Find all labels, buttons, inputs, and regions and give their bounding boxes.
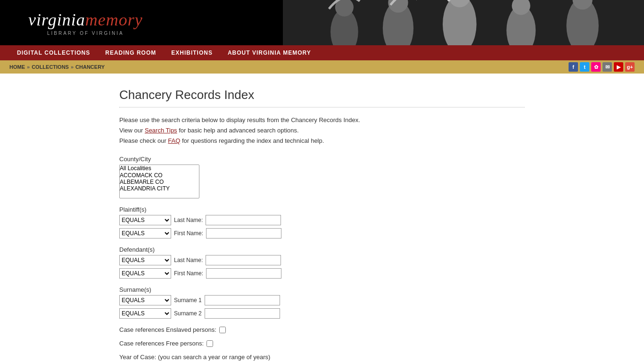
breadcrumb-bar: HOME » COLLECTIONS » CHANCERY f t ✿ ✉ ▶ … bbox=[0, 60, 644, 74]
plaintiff-label: Plaintiff(s) bbox=[119, 206, 525, 213]
plaintiff-first-label: First Name: bbox=[174, 230, 203, 237]
header-photo-svg bbox=[283, 0, 644, 45]
surname1-input[interactable] bbox=[205, 295, 280, 305]
site-header: virginiamemory LIBRARY OF VIRGINIA bbox=[0, 0, 644, 45]
year-hint: (you can search a year or range of years… bbox=[158, 354, 270, 361]
defendant-section: Defendant(s) EQUALS STARTS WITH CONTAINS… bbox=[119, 246, 525, 279]
intro-line1: Please use the search criteria below to … bbox=[119, 115, 525, 125]
year-label: Year of Case: (you can search a year or … bbox=[119, 354, 525, 361]
main-content: Chancery Records Index Please use the se… bbox=[110, 74, 534, 362]
social-icons-bar: f t ✿ ✉ ▶ g+ bbox=[569, 62, 635, 72]
flickr-icon[interactable]: ✿ bbox=[591, 62, 601, 72]
main-nav: DIGITAL COLLECTIONS READING ROOM EXHIBIT… bbox=[0, 45, 644, 60]
nav-exhibitions[interactable]: EXHIBITIONS bbox=[164, 49, 220, 56]
breadcrumb: HOME » COLLECTIONS » CHANCERY bbox=[9, 64, 105, 70]
intro-line2: View our Search Tips for basic help and … bbox=[119, 125, 525, 136]
defendant-first-row: EQUALS STARTS WITH CONTAINS First Name: bbox=[119, 268, 525, 279]
surname1-row: EQUALS STARTS WITH CONTAINS Surname 1 bbox=[119, 295, 525, 305]
locality-option: ALBEMARLE CO bbox=[120, 179, 199, 185]
site-logo: virginiamemory bbox=[28, 10, 143, 30]
breadcrumb-sep-2: » bbox=[71, 64, 74, 70]
logo-area: virginiamemory LIBRARY OF VIRGINIA bbox=[0, 10, 283, 36]
enslaved-row: Case references Enslaved persons: bbox=[119, 326, 525, 333]
surname1-operator[interactable]: EQUALS STARTS WITH CONTAINS bbox=[119, 295, 171, 305]
plaintiff-first-row: EQUALS STARTS WITH CONTAINS First Name: bbox=[119, 228, 525, 239]
defendant-last-row: EQUALS STARTS WITH CONTAINS Last Name: bbox=[119, 255, 525, 265]
surname2-input[interactable] bbox=[205, 308, 280, 319]
plaintiff-last-row: EQUALS STARTS WITH CONTAINS Last Name: bbox=[119, 215, 525, 225]
plaintiff-first-input[interactable] bbox=[206, 228, 281, 239]
plaintiff-first-operator[interactable]: EQUALS STARTS WITH CONTAINS bbox=[119, 228, 171, 239]
surname-section: Surname(s) EQUALS STARTS WITH CONTAINS S… bbox=[119, 286, 525, 319]
plaintiff-last-input[interactable] bbox=[206, 215, 281, 225]
intro-text: Please use the search criteria below to … bbox=[119, 115, 525, 146]
free-checkbox[interactable] bbox=[206, 340, 213, 347]
defendant-last-operator[interactable]: EQUALS STARTS WITH CONTAINS bbox=[119, 255, 171, 265]
surname2-label: Surname 2 bbox=[174, 310, 202, 317]
plaintiff-last-label: Last Name: bbox=[174, 217, 203, 223]
logo-subtitle: LIBRARY OF VIRGINIA bbox=[28, 31, 143, 36]
facebook-icon[interactable]: f bbox=[569, 62, 578, 72]
breadcrumb-collections[interactable]: COLLECTIONS bbox=[32, 64, 69, 70]
defendant-first-operator[interactable]: EQUALS STARTS WITH CONTAINS bbox=[119, 268, 171, 279]
nav-reading-room[interactable]: READING ROOM bbox=[98, 49, 164, 56]
locality-option: ACCOMACK CO bbox=[120, 172, 199, 179]
defendant-last-input[interactable] bbox=[206, 255, 281, 265]
breadcrumb-home[interactable]: HOME bbox=[9, 64, 25, 70]
nav-digital-collections[interactable]: DIGITAL COLLECTIONS bbox=[9, 49, 98, 56]
county-section: County/City All Localities ACCOMACK CO A… bbox=[119, 156, 525, 198]
intro-line3-pre: Please check our bbox=[119, 137, 168, 144]
page-title: Chancery Records Index bbox=[119, 88, 525, 107]
search-tips-link[interactable]: Search Tips bbox=[145, 127, 177, 134]
intro-line2-post: for basic help and advanced search optio… bbox=[177, 127, 299, 134]
free-row: Case references Free persons: bbox=[119, 340, 525, 347]
breadcrumb-current: CHANCERY bbox=[75, 64, 105, 70]
year-section: Year of Case: (you can search a year or … bbox=[119, 354, 525, 362]
header-banner bbox=[283, 0, 644, 45]
intro-line2-pre: View our bbox=[119, 127, 145, 134]
googleplus-icon[interactable]: g+ bbox=[625, 62, 635, 72]
plaintiff-last-operator[interactable]: EQUALS STARTS WITH CONTAINS bbox=[119, 215, 171, 225]
locality-option: All Localities bbox=[120, 165, 199, 172]
youtube-icon[interactable]: ▶ bbox=[614, 62, 623, 72]
surname-label: Surname(s) bbox=[119, 286, 525, 293]
defendant-first-input[interactable] bbox=[206, 268, 281, 279]
surname2-operator[interactable]: EQUALS STARTS WITH CONTAINS bbox=[119, 308, 171, 319]
header-image bbox=[283, 0, 644, 45]
free-label: Case references Free persons: bbox=[119, 340, 204, 347]
county-select[interactable]: All Localities ACCOMACK CO ALBEMARLE CO … bbox=[119, 165, 199, 198]
intro-line3: Please check our FAQ for questions regar… bbox=[119, 136, 525, 146]
surname2-row: EQUALS STARTS WITH CONTAINS Surname 2 bbox=[119, 308, 525, 319]
twitter-icon[interactable]: t bbox=[580, 62, 589, 72]
plaintiff-section: Plaintiff(s) EQUALS STARTS WITH CONTAINS… bbox=[119, 206, 525, 239]
locality-option: ALEXANDRIA CITY bbox=[120, 185, 199, 192]
enslaved-label: Case references Enslaved persons: bbox=[119, 326, 216, 333]
defendant-label: Defendant(s) bbox=[119, 246, 525, 253]
county-label: County/City bbox=[119, 156, 525, 163]
surname1-label: Surname 1 bbox=[174, 297, 202, 304]
intro-line3-post: for questions regarding the index and te… bbox=[180, 137, 324, 144]
email-icon[interactable]: ✉ bbox=[603, 62, 612, 72]
defendant-last-label: Last Name: bbox=[174, 257, 203, 263]
faq-link[interactable]: FAQ bbox=[168, 137, 180, 144]
breadcrumb-sep-1: » bbox=[27, 64, 30, 70]
nav-about[interactable]: ABOUT VIRGINIA MEMORY bbox=[220, 49, 319, 56]
enslaved-checkbox[interactable] bbox=[219, 327, 226, 333]
defendant-first-label: First Name: bbox=[174, 270, 203, 277]
